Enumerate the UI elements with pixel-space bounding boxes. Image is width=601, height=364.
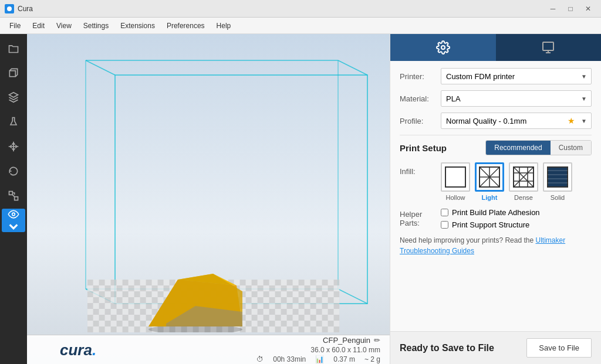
svg-point-24 [441,46,445,49]
material-button[interactable] [2,110,25,134]
app-title: Cura [18,5,33,13]
length-icon: 📊 [315,355,324,363]
helper-checkboxes: Print Build Plate Adhesion Print Support… [441,208,540,229]
model-dimensions: 36.0 x 60.0 x 11.0 mm [310,346,380,354]
print-setup-header: Print Setup Recommended Custom [400,140,592,155]
panel-tabs [390,34,601,61]
solid-icon [543,162,572,192]
edit-icon[interactable]: ✏ [374,336,380,345]
right-panel: Printer: Custom FDM printer ▼ Material: … [390,34,601,364]
preview-tab[interactable] [496,34,602,61]
move-icon [8,141,19,152]
rotate-icon [8,165,19,177]
rotate-button[interactable] [2,159,25,183]
menu-help[interactable]: Help [212,19,236,32]
menu-preferences[interactable]: Preferences [162,19,210,32]
settings-tab-icon [436,40,450,55]
infill-light[interactable]: Light [475,162,504,201]
ready-text: Ready to Save to File [400,343,494,353]
custom-toggle[interactable]: Custom [551,141,591,155]
profile-select-wrapper: Normal Quality - 0.1mm ★ ▼ [441,113,592,129]
hollow-label: Hollow [445,194,465,201]
close-button[interactable]: ✕ [580,3,596,15]
preview-tab-icon [541,40,555,55]
menu-view[interactable]: View [52,19,76,32]
svg-line-9 [338,289,367,304]
divider [400,135,592,135]
app-icon [5,4,14,13]
eye-icon [8,209,19,220]
infill-hollow[interactable]: Hollow [441,162,470,201]
help-text-prefix: Need help improving your prints? Read th… [400,236,535,244]
menu-bar: File Edit View Settings Extensions Prefe… [0,18,601,34]
light-label: Light [482,194,498,201]
minimize-button[interactable]: ─ [545,3,561,15]
recommended-toggle[interactable]: Recommended [486,141,550,155]
infill-options: Hollow Light [441,162,572,201]
3d-viewport[interactable]: cura. CFP_Penguin ✏ 36.0 x 60.0 x 11.0 m… [27,34,390,364]
status-bar: cura. CFP_Penguin ✏ 36.0 x 60.0 x 11.0 m… [27,335,390,364]
support-row: Print Support Structure [441,220,540,229]
panel-content: Printer: Custom FDM printer ▼ Material: … [390,61,601,331]
helper-label: Helper Parts: [400,210,441,227]
model-stats-row: ⏱ 00h 33min 📊 0.37 m ~ 2 g [256,355,380,363]
svg-rect-3 [15,197,18,200]
model-name-row: CFP_Penguin ✏ [323,336,380,345]
menu-extensions[interactable]: Extensions [116,19,160,32]
svg-line-6 [86,60,115,75]
build-plate-checkbox[interactable] [441,209,448,216]
scale-button[interactable] [2,184,25,207]
cura-logo: cura. [60,341,96,359]
folder-icon [8,42,19,54]
menu-edit[interactable]: Edit [28,19,49,32]
svg-line-7 [338,60,367,75]
support-checkbox[interactable] [441,221,448,229]
helper-parts-row: Helper Parts: Print Build Plate Adhesion… [400,208,592,229]
infill-label: Infill: [400,162,441,176]
printer-label: Printer: [400,72,441,81]
material-label: Material: [400,94,441,103]
build-plate-label[interactable]: Print Build Plate Adhesion [452,208,540,217]
layers-icon [8,91,19,103]
settings-tab[interactable] [390,34,496,61]
material-select[interactable]: PLA [441,90,592,107]
print-setup-title: Print Setup [400,143,447,153]
material-row: Material: PLA ▼ [400,90,592,107]
dense-icon [509,162,538,192]
cube-icon [8,67,19,79]
printer-select[interactable]: Custom FDM printer [441,68,592,84]
open-file-button[interactable] [2,36,25,60]
solid-view-button[interactable] [2,61,25,84]
profile-label: Profile: [400,117,441,125]
material-select-wrapper: PLA ▼ [441,90,592,107]
maximize-button[interactable]: □ [562,3,579,15]
view-mode-button[interactable] [2,209,25,232]
svg-rect-39 [548,167,568,187]
main-area: cura. CFP_Penguin ✏ 36.0 x 60.0 x 11.0 m… [0,34,601,364]
window-controls: ─ □ ✕ [545,3,596,15]
setup-mode-toggle: Recommended Custom [485,140,592,155]
light-icon [475,162,504,192]
action-bar: Ready to Save to File Save to File [390,331,601,364]
profile-select[interactable]: Normal Quality - 0.1mm [441,113,592,129]
printer-row: Printer: Custom FDM printer ▼ [400,68,592,84]
model-info: CFP_Penguin ✏ 36.0 x 60.0 x 11.0 mm ⏱ 00… [256,336,380,363]
xray-button[interactable] [2,86,25,109]
menu-file[interactable]: File [5,19,25,32]
infill-dense[interactable]: Dense [509,162,538,201]
print-time: 00h 33min [273,355,306,363]
move-button[interactable] [2,135,25,158]
solid-label: Solid [551,194,565,201]
menu-settings[interactable]: Settings [79,19,113,32]
infill-solid[interactable]: Solid [543,162,572,201]
svg-point-0 [7,6,12,11]
3d-model [131,256,260,332]
svg-rect-26 [445,167,465,187]
save-to-file-button[interactable]: Save to File [526,338,592,358]
support-label[interactable]: Print Support Structure [452,220,529,229]
build-plate-row: Print Build Plate Adhesion [441,208,540,217]
svg-rect-2 [9,192,13,195]
svg-rect-25 [543,42,553,50]
svg-rect-1 [9,71,15,77]
model-filename: CFP_Penguin [323,336,370,345]
